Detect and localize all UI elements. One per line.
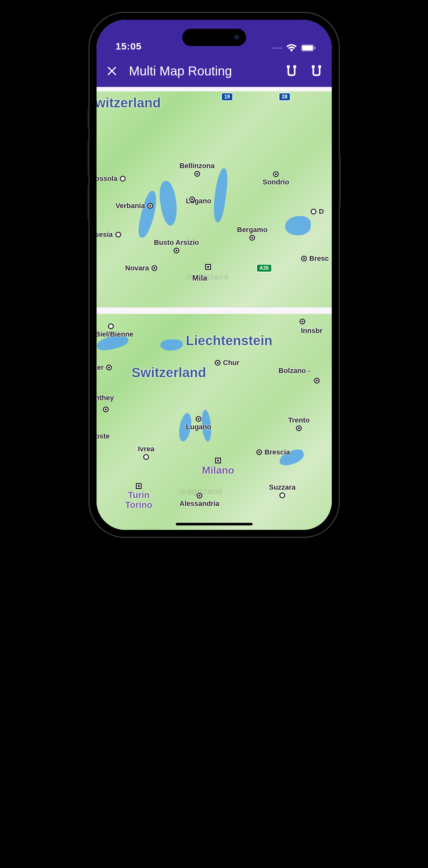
battery-icon [301, 44, 316, 52]
city-label: Bellinzona [180, 162, 215, 170]
dynamic-island [182, 29, 246, 46]
lake-shape [285, 216, 311, 235]
city-label: Torino [125, 500, 152, 510]
city-label: D [319, 208, 324, 215]
city-marker: Novara [125, 264, 158, 272]
app-title: Multi Map Routing [129, 64, 274, 78]
map-panel-top[interactable]: witzerland 19 28 A35 Bellinzona ossola S… [96, 91, 332, 307]
close-button[interactable] [104, 63, 120, 79]
phone-screen: 15:05 [96, 20, 332, 530]
city-marker: Bergamo [237, 226, 268, 241]
route-icon [310, 65, 323, 78]
city-label: sesia [96, 230, 113, 239]
home-indicator[interactable] [176, 523, 252, 525]
city-label: Lugano [186, 423, 211, 431]
svg-point-5 [312, 65, 315, 68]
volume-up-button [88, 141, 90, 176]
city-marker: Lugano [186, 416, 211, 431]
city-marker: ossola [96, 175, 126, 183]
country-label: Switzerland [132, 365, 206, 380]
road-shield: 19 [221, 93, 233, 101]
wifi-icon [286, 44, 297, 52]
svg-point-4 [293, 65, 296, 68]
city-marker: Busto Arsizio [154, 239, 199, 253]
road-shield: A35 [256, 264, 272, 272]
city-marker: Bresc [301, 254, 329, 263]
route-icon [285, 65, 298, 78]
lake-shape [135, 189, 160, 239]
lake-shape [160, 339, 183, 350]
city-label: Bresc [309, 254, 329, 263]
svg-point-3 [287, 65, 290, 68]
city-marker: Turin Torino [125, 483, 152, 510]
city-label: Trento [288, 416, 310, 425]
status-icons [273, 44, 316, 52]
power-button [339, 153, 341, 208]
city-label: nthey [96, 394, 114, 402]
phone-frame: 15:05 [90, 13, 339, 537]
city-label: Bolzano - [279, 367, 310, 375]
city-label: Biel/Bienne [96, 330, 133, 338]
city-marker: Milano [202, 458, 234, 476]
city-label: Brescia [265, 448, 290, 456]
road-shield: 28 [279, 93, 291, 101]
map-panel-bottom[interactable]: Liechtenstein Switzerland Biel/Bienne In… [96, 314, 332, 530]
side-button [88, 108, 90, 128]
city-marker: nthey [96, 394, 114, 402]
status-time: 15:05 [116, 41, 142, 52]
city-label: Verbania [116, 202, 145, 210]
route-button-1[interactable] [284, 63, 299, 79]
city-label: Suzzara [269, 483, 296, 492]
app-bar: Multi Map Routing [96, 55, 332, 87]
city-marker: Trento [288, 416, 310, 431]
city-marker: oste [96, 432, 110, 440]
map-watermark: magiclane [186, 272, 230, 282]
city-marker: sesia [96, 230, 121, 239]
city-marker: D [311, 208, 324, 215]
city-marker: ler [96, 363, 112, 372]
city-marker [103, 406, 109, 412]
city-label: ossola [96, 175, 118, 183]
city-marker: Biel/Bienne [96, 323, 133, 338]
city-label: Busto Arsizio [154, 239, 199, 247]
city-marker [314, 378, 319, 383]
city-marker: Innsbr [301, 327, 323, 335]
maps-container: witzerland 19 28 A35 Bellinzona ossola S… [96, 87, 332, 530]
city-label: Novara [125, 264, 149, 272]
city-label: ler [96, 363, 104, 372]
front-camera [234, 34, 240, 40]
city-marker: Verbania [116, 202, 153, 210]
city-marker: Lugano [173, 197, 211, 202]
volume-down-button [88, 185, 90, 220]
svg-point-6 [318, 65, 321, 68]
recording-indicator-icon [273, 47, 282, 49]
city-marker [205, 264, 211, 270]
svg-rect-2 [314, 46, 315, 49]
city-label: Milano [202, 464, 234, 476]
city-label: Innsbr [301, 327, 323, 335]
country-label: Liechtenstein [186, 333, 273, 348]
city-label: Bergamo [237, 226, 268, 234]
city-marker: Bolzano - [279, 367, 310, 375]
city-label: oste [96, 432, 110, 440]
city-label: Ivrea [138, 445, 154, 453]
route-button-2[interactable] [309, 63, 324, 79]
city-label: Turin [128, 490, 150, 500]
city-marker: Brescia [256, 448, 290, 456]
city-marker: Chur [215, 359, 239, 367]
map-watermark: magiclane [180, 487, 223, 496]
lake-shape [157, 180, 180, 227]
city-marker: Sondrio [263, 171, 289, 186]
country-label: witzerland [96, 95, 161, 111]
city-label: Alessandria [180, 499, 220, 508]
close-icon [106, 65, 117, 76]
city-label: Sondrio [263, 178, 289, 186]
city-marker: Bellinzona [180, 162, 215, 177]
svg-rect-1 [302, 45, 313, 51]
city-marker: Suzzara [269, 483, 296, 498]
city-marker: Ivrea [138, 445, 154, 460]
city-label: Chur [223, 359, 239, 367]
